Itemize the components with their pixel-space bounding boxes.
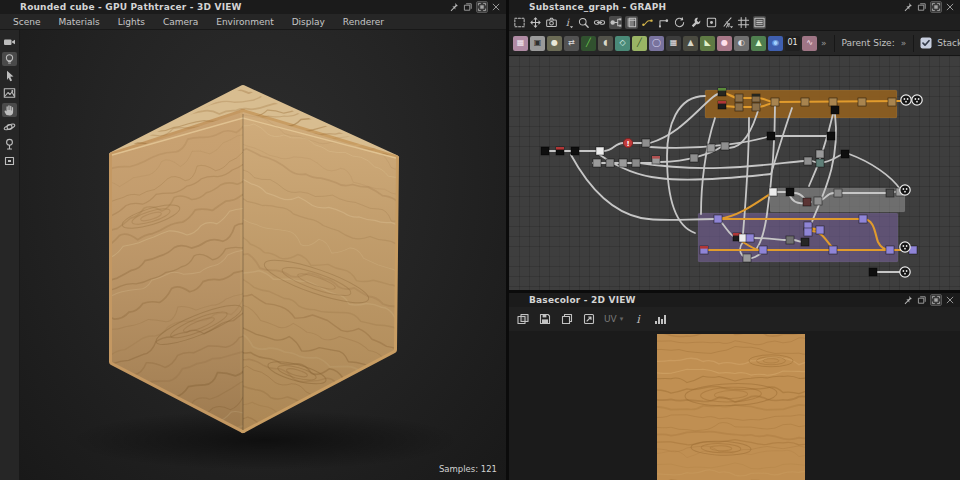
pyramid-node-icon[interactable]: ▲ xyxy=(751,36,766,51)
window-buttons-3d xyxy=(449,2,501,12)
pan-icon[interactable] xyxy=(529,16,542,29)
float-icon[interactable] xyxy=(917,295,927,305)
elbow-icon[interactable] xyxy=(657,16,670,29)
maximize-icon[interactable] xyxy=(931,2,941,12)
transformation-node-icon[interactable]: ◇ xyxy=(615,36,630,51)
parent-size-chevron[interactable]: » xyxy=(899,38,909,48)
grayscale-conversion-node-icon[interactable]: ◐ xyxy=(734,36,749,51)
node-overflow-chevron[interactable]: » xyxy=(819,38,829,48)
bitmap-node-icon[interactable]: ▦ xyxy=(513,36,528,51)
panel-graph: Substance_graph - GRAPH i ▦▣●⇄╱◖◇╱◯▦▲◣●◐… xyxy=(509,0,960,290)
menubar-3d: SceneMaterialsLightsCameraEnvironmentDis… xyxy=(0,14,506,30)
link-icon[interactable] xyxy=(593,16,606,29)
wire-icon[interactable] xyxy=(641,16,654,29)
panel-2d-title: Basecolor - 2D VIEW xyxy=(529,295,636,305)
dot-node-icon[interactable]: ● xyxy=(717,36,732,51)
wrench-icon[interactable] xyxy=(689,16,702,29)
menu-camera[interactable]: Camera xyxy=(154,17,207,27)
blur-node-icon[interactable]: ◖ xyxy=(598,36,613,51)
info-icon[interactable]: i xyxy=(561,16,574,29)
menu-environment[interactable]: Environment xyxy=(207,17,282,27)
value-node-icon[interactable]: 01 xyxy=(785,36,800,51)
menu-display[interactable]: Display xyxy=(283,17,334,27)
stack-checkbox[interactable] xyxy=(919,36,933,50)
svg-node-icon[interactable]: ▣ xyxy=(530,36,545,51)
toolbar-3d-side xyxy=(0,30,20,480)
panel-2d-view: Basecolor - 2D VIEW UV ▾ i xyxy=(509,293,960,480)
dot-square-icon[interactable] xyxy=(705,16,718,29)
app: Rounded cube - GPU Pathtracer - 3D VIEW … xyxy=(0,0,960,480)
refresh-icon[interactable] xyxy=(673,16,686,29)
menu-renderer[interactable]: Renderer xyxy=(334,17,393,27)
menu-lights[interactable]: Lights xyxy=(109,17,154,27)
pin-icon[interactable] xyxy=(903,295,913,305)
maximize-icon[interactable] xyxy=(477,2,487,12)
info-icon[interactable]: i xyxy=(631,312,645,326)
float-icon[interactable] xyxy=(463,2,473,12)
parent-size-label: Parent Size: xyxy=(840,38,897,48)
panel-graph-title: Substance_graph - GRAPH xyxy=(529,2,666,12)
graph-node-icon[interactable] xyxy=(609,16,622,29)
transform-icon[interactable] xyxy=(582,312,596,326)
frame-icon[interactable] xyxy=(737,16,750,29)
titlebar-graph: Substance_graph - GRAPH xyxy=(509,0,960,14)
toolbar-2d: UV ▾ i xyxy=(509,307,960,331)
cube-icon xyxy=(5,2,16,13)
graph-canvas[interactable]: ! xyxy=(509,56,960,290)
shape-node-icon[interactable]: ◣ xyxy=(700,36,715,51)
layers-icon[interactable] xyxy=(625,16,638,29)
scene-icon[interactable] xyxy=(2,86,17,100)
rounded-cube-render xyxy=(20,30,506,480)
pin-icon[interactable] xyxy=(449,2,459,12)
gizmo-icon[interactable] xyxy=(2,137,17,151)
hand-icon[interactable] xyxy=(2,103,17,117)
frame-small-icon[interactable] xyxy=(2,154,17,168)
close-icon[interactable] xyxy=(945,295,955,305)
cursor-icon[interactable] xyxy=(2,69,17,83)
paint-node-icon[interactable]: ╱ xyxy=(632,36,647,51)
zoom-icon[interactable] xyxy=(577,16,590,29)
chevron-down-icon: ▾ xyxy=(620,315,624,323)
save-icon[interactable] xyxy=(538,312,552,326)
splatter-node-icon[interactable]: ∿ xyxy=(802,36,817,51)
window-buttons-2d xyxy=(903,295,955,305)
broom-icon[interactable] xyxy=(721,16,734,29)
menu-materials[interactable]: Materials xyxy=(49,17,108,27)
channel-shuffle-node-icon[interactable]: ⇄ xyxy=(564,36,579,51)
viewport-3d[interactable]: Samples: 121 xyxy=(20,30,506,480)
orbit-icon[interactable] xyxy=(2,120,17,134)
uv-dropdown[interactable]: UV ▾ xyxy=(604,314,623,324)
menu-scene[interactable]: Scene xyxy=(4,17,49,27)
half-square-icon xyxy=(514,295,525,306)
close-icon[interactable] xyxy=(945,2,955,12)
stack-label: Stack xyxy=(935,38,960,48)
window-buttons-graph xyxy=(903,2,955,12)
bulb-icon[interactable] xyxy=(2,52,17,66)
pin-icon[interactable] xyxy=(903,2,913,12)
close-icon[interactable] xyxy=(491,2,501,12)
maximize-icon[interactable] xyxy=(931,295,941,305)
compare-icon[interactable] xyxy=(516,312,530,326)
camera-icon[interactable] xyxy=(545,16,558,29)
svg-text:!: ! xyxy=(626,140,629,148)
video-camera-icon[interactable] xyxy=(2,35,17,49)
tile-sampler-node-icon[interactable]: ▦ xyxy=(666,36,681,51)
titlebar-3d: Rounded cube - GPU Pathtracer - 3D VIEW xyxy=(0,0,506,14)
panel-3d-view: Rounded cube - GPU Pathtracer - 3D VIEW … xyxy=(0,0,506,480)
titlebar-2d: Basecolor - 2D VIEW xyxy=(509,293,960,307)
height-blend-node-icon[interactable]: ▲ xyxy=(683,36,698,51)
copy-icon[interactable] xyxy=(560,312,574,326)
normal-node-icon[interactable]: ◉ xyxy=(768,36,783,51)
float-icon[interactable] xyxy=(917,2,927,12)
curve-node-icon[interactable]: ╱ xyxy=(581,36,596,51)
blend-node-icon[interactable]: ● xyxy=(547,36,562,51)
marquee-icon[interactable] xyxy=(513,16,526,29)
basecolor-texture xyxy=(509,331,960,480)
samples-counter: Samples: 121 xyxy=(439,464,497,474)
panel-3d-title: Rounded cube - GPU Pathtracer - 3D VIEW xyxy=(20,2,242,12)
fx-map-node-icon[interactable]: ◯ xyxy=(649,36,664,51)
list-icon[interactable] xyxy=(753,16,766,29)
histogram-icon[interactable] xyxy=(653,312,667,326)
texture-2d-canvas[interactable] xyxy=(509,331,960,480)
graph-icon xyxy=(514,2,525,13)
